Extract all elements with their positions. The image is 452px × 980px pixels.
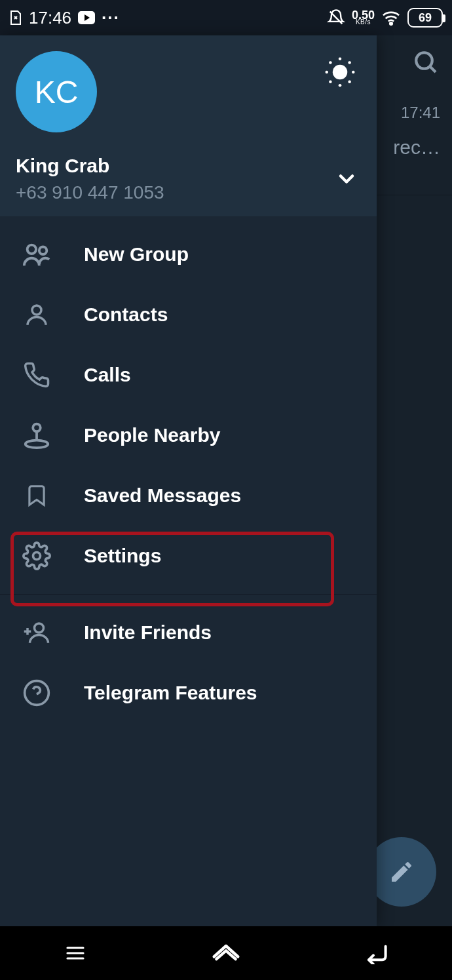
chat-preview: rec… xyxy=(393,136,440,159)
svg-point-13 xyxy=(28,245,36,254)
youtube-icon xyxy=(78,11,95,24)
menu-item-telegram-features[interactable]: Telegram Features xyxy=(0,663,377,723)
svg-point-12 xyxy=(348,80,351,83)
svg-point-6 xyxy=(339,84,342,87)
svg-line-3 xyxy=(430,66,436,72)
person-icon xyxy=(21,299,52,330)
wifi-icon xyxy=(381,10,401,26)
drawer-menu: New Group Contacts Calls People Nearby S xyxy=(0,216,377,926)
sim-alert-icon xyxy=(9,10,22,26)
nearby-icon xyxy=(21,420,52,451)
search-icon[interactable] xyxy=(413,49,440,77)
status-bar: 17:46 ··· 0.50 KB/s 69 xyxy=(0,0,452,35)
svg-point-18 xyxy=(33,553,41,560)
compose-fab[interactable] xyxy=(367,837,436,907)
svg-point-1 xyxy=(390,22,392,25)
menu-item-contacts[interactable]: Contacts xyxy=(0,284,377,345)
svg-point-10 xyxy=(348,61,351,64)
chevron-down-icon xyxy=(335,167,361,191)
nav-recent-button[interactable] xyxy=(58,936,92,970)
more-notifications-icon: ··· xyxy=(102,8,120,28)
svg-point-5 xyxy=(339,58,342,61)
menu-label: People Nearby xyxy=(84,424,220,446)
menu-divider xyxy=(0,594,377,595)
account-switcher[interactable]: King Crab +63 910 447 1053 xyxy=(16,155,361,203)
user-name: King Crab xyxy=(16,155,335,177)
sun-icon xyxy=(322,54,358,90)
navigation-drawer: KC King Crab +63 910 447 1053 xyxy=(0,35,377,926)
person-add-icon xyxy=(21,617,52,648)
menu-item-invite-friends[interactable]: Invite Friends xyxy=(0,602,377,663)
svg-point-14 xyxy=(39,247,47,255)
battery-percent: 69 xyxy=(419,11,432,25)
svg-point-7 xyxy=(326,71,329,74)
avatar[interactable]: KC xyxy=(16,51,97,132)
menu-label: Calls xyxy=(84,364,131,386)
status-left: 17:46 ··· xyxy=(9,8,120,28)
back-icon xyxy=(363,942,390,964)
svg-point-4 xyxy=(333,65,348,80)
system-nav-bar xyxy=(0,926,452,980)
gear-icon xyxy=(21,540,52,572)
chat-time: 17:41 xyxy=(401,104,440,122)
pencil-icon xyxy=(388,859,415,885)
battery-indicator: 69 xyxy=(407,8,443,28)
menu-item-saved-messages[interactable]: Saved Messages xyxy=(0,465,377,526)
menu-label: Telegram Features xyxy=(84,682,257,704)
status-time: 17:46 xyxy=(29,8,71,28)
phone-icon xyxy=(21,359,52,391)
menu-item-people-nearby[interactable]: People Nearby xyxy=(0,405,377,465)
menu-item-settings[interactable]: Settings xyxy=(0,526,377,586)
svg-point-2 xyxy=(416,52,432,69)
menu-lines-icon xyxy=(62,943,88,964)
drawer-header: KC King Crab +63 910 447 1053 xyxy=(0,35,377,216)
svg-point-11 xyxy=(329,80,332,83)
menu-item-new-group[interactable]: New Group xyxy=(0,224,377,284)
svg-point-17 xyxy=(33,424,41,432)
network-speed: 0.50 KB/s xyxy=(352,11,375,25)
status-right: 0.50 KB/s 69 xyxy=(327,8,443,28)
user-phone: +63 910 447 1053 xyxy=(16,182,335,203)
menu-label: Invite Friends xyxy=(84,621,212,644)
svg-point-19 xyxy=(35,623,44,633)
network-speed-unit: KB/s xyxy=(356,20,371,25)
menu-item-calls[interactable]: Calls xyxy=(0,345,377,405)
group-icon xyxy=(21,239,52,270)
theme-toggle[interactable] xyxy=(319,51,361,93)
bookmark-icon xyxy=(21,480,52,511)
nav-home-button[interactable] xyxy=(209,936,243,970)
menu-label: Settings xyxy=(84,545,161,567)
dnd-icon xyxy=(327,9,345,27)
avatar-initials: KC xyxy=(35,74,79,110)
menu-label: Saved Messages xyxy=(84,484,241,507)
svg-point-16 xyxy=(26,441,48,448)
home-icon xyxy=(212,941,240,965)
svg-point-15 xyxy=(32,305,41,315)
svg-point-8 xyxy=(352,71,355,74)
menu-label: New Group xyxy=(84,243,189,265)
help-icon xyxy=(21,677,52,709)
menu-label: Contacts xyxy=(84,304,168,326)
svg-point-9 xyxy=(329,61,332,64)
nav-back-button[interactable] xyxy=(360,936,394,970)
